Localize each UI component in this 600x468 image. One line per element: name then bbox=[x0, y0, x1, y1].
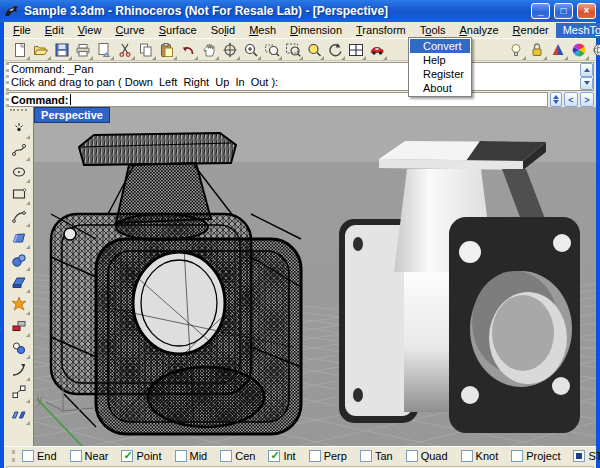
menu-file[interactable]: File bbox=[6, 23, 38, 38]
sidebar-ellipse-button[interactable] bbox=[7, 161, 31, 183]
menu-curve[interactable]: Curve bbox=[108, 23, 151, 38]
rotate-button[interactable] bbox=[220, 40, 240, 60]
checkbox-project[interactable] bbox=[511, 450, 523, 462]
menu-meshtosolid[interactable]: MeshToSolid bbox=[556, 23, 600, 38]
zoom-dyn-button[interactable] bbox=[262, 40, 282, 60]
print-button[interactable] bbox=[73, 40, 93, 60]
menu-tools[interactable]: Tools bbox=[413, 23, 453, 38]
pan-button[interactable] bbox=[199, 40, 219, 60]
sidebar-explode-button[interactable] bbox=[7, 293, 31, 315]
osnap-mid[interactable]: Mid bbox=[175, 450, 208, 462]
zoom-sel-button[interactable] bbox=[304, 40, 324, 60]
command-spinner[interactable] bbox=[550, 92, 562, 107]
checkbox-int[interactable] bbox=[268, 450, 280, 462]
export-button[interactable] bbox=[94, 40, 114, 60]
viewport-tab-perspective[interactable]: Perspective bbox=[34, 107, 110, 123]
menu-mesh[interactable]: Mesh bbox=[242, 23, 283, 38]
osnap-label: Perp bbox=[324, 450, 347, 462]
osnap-perp[interactable]: Perp bbox=[309, 450, 347, 462]
menuitem-help[interactable]: Help bbox=[410, 53, 470, 67]
minimize-button[interactable]: _ bbox=[531, 3, 550, 19]
toolbar-grip[interactable] bbox=[10, 109, 27, 115]
menuitem-register[interactable]: Register bbox=[410, 67, 470, 81]
menu-surface[interactable]: Surface bbox=[152, 23, 204, 38]
shaded-icon bbox=[550, 42, 566, 58]
viewports-button[interactable] bbox=[346, 40, 366, 60]
menuitem-convert[interactable]: Convert bbox=[410, 39, 470, 53]
zoom-in-button[interactable] bbox=[241, 40, 261, 60]
checkbox-cen[interactable] bbox=[220, 450, 232, 462]
menu-view[interactable]: View bbox=[71, 23, 109, 38]
new-file-icon bbox=[12, 42, 28, 58]
osnap-tan[interactable]: Tan bbox=[360, 450, 393, 462]
osnap-strack[interactable]: STrack bbox=[573, 450, 600, 462]
sidebar-rect-button[interactable] bbox=[7, 183, 31, 205]
sidebar-move-button[interactable] bbox=[7, 381, 31, 403]
render-sphere-button[interactable] bbox=[590, 40, 600, 60]
lock-button[interactable] bbox=[527, 40, 547, 60]
sidebar-poly-button[interactable] bbox=[7, 271, 31, 293]
next-command-button[interactable]: > bbox=[580, 92, 594, 107]
osnap-knot[interactable]: Knot bbox=[461, 450, 499, 462]
sidebar-fillet-button[interactable] bbox=[7, 359, 31, 381]
title-bar[interactable]: Sample 3.3dm - Rhinoceros (Not For Resal… bbox=[0, 0, 600, 22]
menu-transform[interactable]: Transform bbox=[349, 23, 413, 38]
undo-icon bbox=[180, 42, 196, 58]
cut-button[interactable] bbox=[115, 40, 135, 60]
copy-button[interactable] bbox=[136, 40, 156, 60]
sidebar-arc-button[interactable] bbox=[7, 205, 31, 227]
scroll-down-button[interactable] bbox=[580, 77, 593, 91]
new-file-button[interactable] bbox=[10, 40, 30, 60]
sidebar-point-button[interactable] bbox=[7, 117, 31, 139]
sidebar-boolean-button[interactable] bbox=[7, 315, 31, 337]
color-wheel-button[interactable] bbox=[569, 40, 589, 60]
osnap-label: Near bbox=[85, 450, 109, 462]
menu-solid[interactable]: Solid bbox=[204, 23, 242, 38]
checkbox-quad[interactable] bbox=[406, 450, 418, 462]
open-folder-button[interactable] bbox=[31, 40, 51, 60]
undo-button[interactable] bbox=[178, 40, 198, 60]
paste-button[interactable] bbox=[157, 40, 177, 60]
checkbox-near[interactable] bbox=[70, 450, 82, 462]
sidebar-curve-button[interactable] bbox=[7, 139, 31, 161]
osnap-int[interactable]: Int bbox=[268, 450, 295, 462]
menu-edit[interactable]: Edit bbox=[38, 23, 71, 38]
osnap-near[interactable]: Near bbox=[70, 450, 109, 462]
zoom-win-button[interactable] bbox=[283, 40, 303, 60]
wireframe-model bbox=[51, 133, 301, 434]
checkbox-end[interactable] bbox=[22, 450, 34, 462]
osnap-quad[interactable]: Quad bbox=[406, 450, 448, 462]
sidebar-spheres-button[interactable] bbox=[7, 249, 31, 271]
osnap-project[interactable]: Project bbox=[511, 450, 560, 462]
shaded-button[interactable] bbox=[548, 40, 568, 60]
sidebar-mirror-button[interactable] bbox=[7, 403, 31, 425]
checkbox-mid[interactable] bbox=[175, 450, 187, 462]
close-button[interactable]: × bbox=[577, 3, 596, 19]
checkbox-strack[interactable] bbox=[573, 450, 585, 462]
osnap-end[interactable]: End bbox=[22, 450, 57, 462]
checkbox-knot[interactable] bbox=[461, 450, 473, 462]
sidebar-group-button[interactable] bbox=[7, 337, 31, 359]
menu-dimension[interactable]: Dimension bbox=[283, 23, 349, 38]
checkbox-point[interactable] bbox=[121, 450, 133, 462]
sidebar-surface-button[interactable] bbox=[7, 227, 31, 249]
undo-view-button[interactable] bbox=[325, 40, 345, 60]
save-button[interactable] bbox=[52, 40, 72, 60]
checkbox-perp[interactable] bbox=[309, 450, 321, 462]
checkbox-tan[interactable] bbox=[360, 450, 372, 462]
app-icon-rhino bbox=[4, 4, 20, 18]
command-history[interactable]: Command: _PanClick and drag to pan ( Dow… bbox=[6, 62, 594, 91]
render-car-button[interactable] bbox=[367, 40, 387, 60]
point-icon bbox=[11, 120, 27, 136]
menu-analyze[interactable]: Analyze bbox=[452, 23, 505, 38]
perspective-viewport[interactable]: z x y Perspective bbox=[33, 107, 596, 446]
lightbulb-button[interactable] bbox=[506, 40, 526, 60]
menuitem-about[interactable]: About bbox=[410, 81, 470, 95]
osnap-point[interactable]: Point bbox=[121, 450, 161, 462]
meshtosolid-dropdown-menu: ConvertHelpRegisterAbout bbox=[408, 37, 472, 97]
scroll-up-button[interactable] bbox=[580, 63, 593, 77]
maximize-button[interactable]: □ bbox=[554, 3, 573, 19]
prev-command-button[interactable]: < bbox=[564, 92, 578, 107]
menu-render[interactable]: Render bbox=[506, 23, 556, 38]
osnap-cen[interactable]: Cen bbox=[220, 450, 255, 462]
